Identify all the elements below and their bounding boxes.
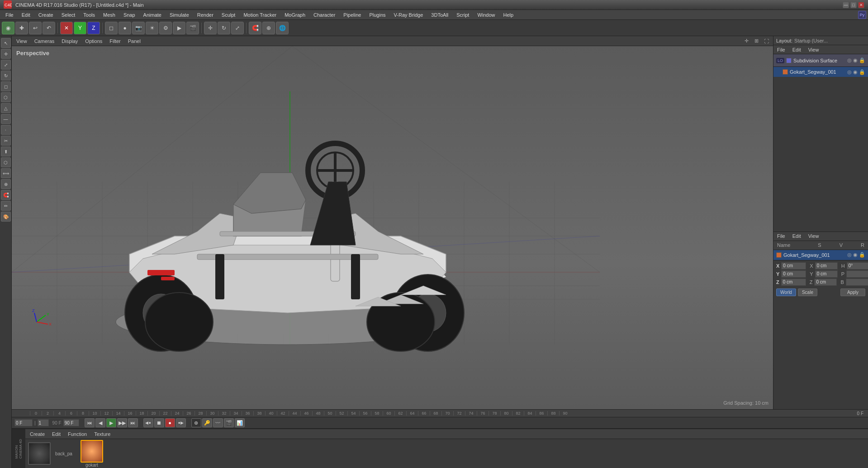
sidebar-texture[interactable]: 🎨 (1, 212, 11, 222)
sidebar-bevel[interactable]: ⬡ (1, 157, 11, 167)
next-frame-btn[interactable]: ▶▶ (117, 418, 127, 427)
attr-lock-icon[interactable]: 🔒 (859, 252, 865, 258)
auto-key-btn[interactable]: ⊕ (191, 418, 201, 427)
viewport-menu-view[interactable]: View (14, 38, 29, 45)
sidebar-weld[interactable]: ⊕ (1, 179, 11, 189)
viewport-menu-options[interactable]: Options (83, 38, 104, 45)
mat-function-menu[interactable]: Function (66, 430, 89, 438)
viewport-icon-move[interactable]: ✛ (742, 37, 750, 45)
sidebar-extrude[interactable]: ⬆ (1, 147, 11, 156)
am-file-menu[interactable]: File (775, 232, 787, 240)
menu-mograph[interactable]: MoGraph (281, 11, 309, 19)
menu-create[interactable]: Create (35, 11, 57, 19)
toolbar-camera[interactable]: 📷 (132, 22, 145, 34)
menu-vray[interactable]: V-Ray Bridge (390, 11, 427, 19)
3d-viewport[interactable]: Y X Z Perspective Grid Spacing: 10 cm (12, 46, 773, 409)
goto-start-btn[interactable]: ⏮ (85, 418, 95, 427)
menu-edit[interactable]: Edit (18, 11, 34, 19)
fcurve-btn[interactable]: 〰 (213, 418, 223, 427)
menu-motion-tracker[interactable]: Motion Tracker (240, 11, 280, 19)
coord-b-val[interactable] (846, 279, 868, 286)
sidebar-poly-select[interactable]: △ (1, 103, 11, 113)
sidebar-lasso[interactable]: ⬡ (1, 92, 11, 102)
viewport-menu-cameras[interactable]: Cameras (33, 38, 57, 45)
gokart-visible-icon[interactable]: ◎ (847, 69, 852, 75)
viewport-menu-panel[interactable]: Panel (126, 38, 142, 45)
toolbar-undo[interactable]: ↩ (29, 22, 42, 34)
coord-x-pos[interactable] (781, 262, 806, 269)
subdivision-render-icon[interactable]: ◉ (853, 57, 858, 63)
menu-animate[interactable]: Animate (140, 11, 165, 19)
goto-end-btn[interactable]: ⏭ (128, 418, 138, 427)
sidebar-bridge[interactable]: ⟺ (1, 168, 11, 178)
sidebar-box-select[interactable]: ◻ (1, 81, 11, 91)
toolbar-world[interactable]: 🌐 (276, 22, 289, 34)
toolbar-model-mode[interactable]: ◉ (2, 22, 14, 34)
maximize-button[interactable]: □ (850, 2, 857, 8)
om-view-menu[interactable]: View (806, 46, 821, 53)
coord-p-val[interactable] (846, 270, 868, 278)
menu-sculpt[interactable]: Sculpt (218, 11, 239, 19)
end-frame-input[interactable] (63, 419, 79, 426)
am-edit-menu[interactable]: Edit (791, 232, 803, 240)
om-edit-menu[interactable]: Edit (791, 46, 803, 53)
menu-plugins[interactable]: Plugins (365, 11, 389, 19)
record-prev-btn[interactable]: ◀● (143, 418, 153, 427)
sidebar-edge-select[interactable]: — (1, 114, 11, 124)
menu-snap[interactable]: Snap (120, 11, 139, 19)
toolbar-redo[interactable]: ↶ (43, 22, 55, 34)
coord-x-size[interactable] (815, 262, 838, 269)
sidebar-select[interactable]: ↖ (1, 38, 11, 48)
coord-y-pos[interactable] (781, 270, 806, 278)
close-button[interactable]: ✕ (858, 2, 864, 8)
attr-gokart-row[interactable]: Gokart_Segway_001 ◎ ◉ 🔒 (773, 250, 868, 260)
menu-window[interactable]: Window (474, 11, 498, 19)
subdivision-visible-icon[interactable]: ◎ (847, 57, 852, 63)
current-frame-input[interactable] (14, 419, 33, 426)
timeline-btn[interactable]: 📊 (235, 418, 245, 427)
toolbar-y-axis[interactable]: Y (74, 22, 86, 34)
menu-pipeline[interactable]: Pipeline (340, 11, 365, 19)
mat-texture-menu[interactable]: Texture (92, 430, 112, 438)
menu-render[interactable]: Render (194, 11, 217, 19)
viewport-icon-layout[interactable]: ⊞ (752, 37, 760, 45)
coord-z-size[interactable] (814, 279, 837, 286)
om-file-menu[interactable]: File (775, 46, 787, 53)
viewport-icon-expand[interactable]: ⛶ (762, 37, 770, 45)
gokart-lock-icon[interactable]: 🔒 (859, 69, 865, 75)
coord-z-pos[interactable] (781, 279, 806, 286)
sidebar-magnet[interactable]: 🧲 (1, 190, 11, 200)
motion-path-btn[interactable]: 🎬 (224, 418, 234, 427)
am-view-menu[interactable]: View (806, 232, 821, 240)
gokart-render-icon[interactable]: ◉ (853, 69, 858, 75)
menu-tools[interactable]: Tools (80, 11, 99, 19)
sidebar-point-select[interactable]: · (1, 125, 11, 135)
toolbar-scale[interactable]: ⤢ (231, 22, 244, 34)
attr-visible-icon[interactable]: ◎ (847, 252, 852, 258)
play-btn[interactable]: ▶ (106, 418, 116, 427)
sidebar-scale[interactable]: ⤢ (1, 60, 11, 70)
menu-help[interactable]: Help (500, 11, 517, 19)
minimize-button[interactable]: — (843, 2, 849, 8)
frame-step-input[interactable] (38, 419, 49, 426)
toolbar-rotate[interactable]: ↻ (218, 22, 230, 34)
menu-select[interactable]: Select (58, 11, 79, 19)
viewport-menu-filter[interactable]: Filter (108, 38, 122, 45)
record-btn[interactable]: ● (165, 418, 175, 427)
material-gokart[interactable] (81, 440, 103, 463)
gokart-object-row[interactable]: Gokart_Segway_001 ◎ ◉ 🔒 (773, 67, 868, 77)
coord-world-btn[interactable]: World (776, 288, 796, 296)
sidebar-move[interactable]: ✛ (1, 49, 11, 59)
menu-script[interactable]: Script (453, 11, 473, 19)
menu-file[interactable]: File (2, 11, 17, 19)
toolbar-render[interactable]: ▶ (173, 22, 185, 34)
toolbar-cube[interactable]: ◻ (105, 22, 118, 34)
material-back-pa[interactable] (28, 442, 51, 465)
layout-value[interactable]: Startup (User... (794, 38, 828, 43)
subdivision-lock-icon[interactable]: 🔒 (859, 57, 865, 63)
toolbar-add[interactable]: ✚ (15, 22, 28, 34)
record-next-btn[interactable]: ●▶ (176, 418, 186, 427)
toolbar-z-axis[interactable]: Z (87, 22, 100, 34)
mat-edit-menu[interactable]: Edit (50, 430, 62, 438)
menu-simulate[interactable]: Simulate (166, 11, 193, 19)
